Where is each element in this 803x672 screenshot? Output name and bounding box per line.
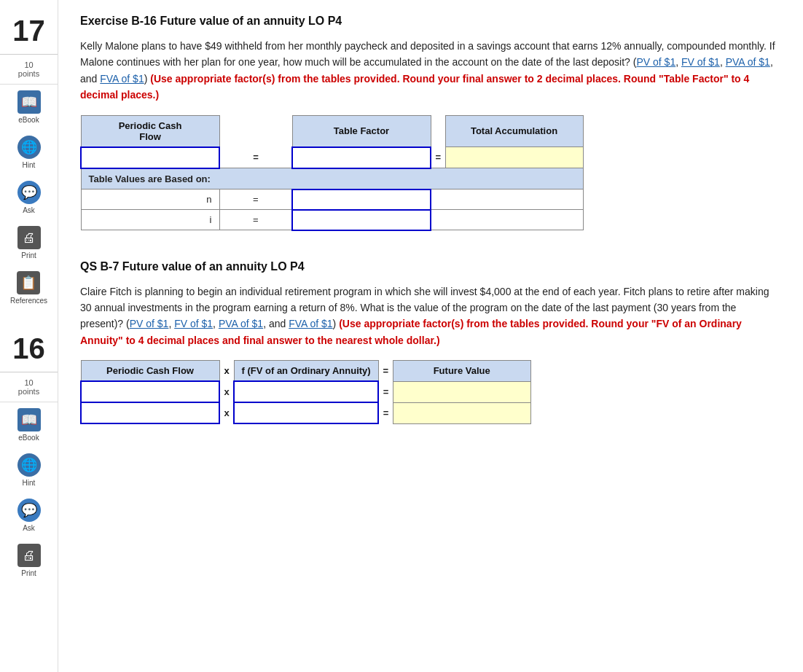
col-total-accumulation: Total Accumulation [445,115,583,147]
ask-icon: 💬 [17,181,41,204]
problem-1-text: Kelly Malone plans to have $49 withheld … [80,38,781,103]
references-label: References [10,297,47,305]
link-fva2[interactable]: FVA of $1 [289,318,332,329]
problem-17-section: 17 [0,7,58,55]
t2-future-value-cell[interactable] [393,381,530,402]
sidebar-item-references[interactable]: 📋 References [10,271,47,305]
n-value-cell[interactable] [292,190,431,210]
col2-future-value: Future Value [393,361,530,382]
problem-number-16: 16 [12,332,45,364]
n-empty [431,190,583,210]
t2-row2-result-input[interactable] [401,407,523,418]
link-pv1[interactable]: PV of $1 [636,56,675,68]
ebook-icon-2: 📖 [17,408,41,431]
t2-fv-annuity-input[interactable] [242,386,370,397]
n-eq: = [219,190,292,210]
t2-fv-annuity-input-cell[interactable] [234,381,378,402]
table-factor-input-cell[interactable] [292,147,431,168]
hint-label-2: Hint [23,479,36,487]
i-value-cell[interactable] [292,210,431,230]
periodic-cash-flow-input[interactable] [89,152,211,163]
eq-sign-header2 [431,115,445,147]
points-label-16: points [18,387,39,396]
problem-1-red-text: (Use appropriate factor(s) from the tabl… [80,73,749,101]
print-label: Print [21,251,36,259]
sidebar-item-ask[interactable]: 💬 Ask [17,181,41,214]
table-row-1: = = [81,147,583,168]
link-pva2[interactable]: PVA of $1 [219,318,263,329]
t2-periodic-input-cell[interactable] [81,381,219,402]
t2-periodic-input[interactable] [89,386,211,397]
t2-x-sign-2: x [219,402,234,423]
print-icon-2: 🖨 [17,544,41,567]
link-pva1[interactable]: PVA of $1 [726,56,770,68]
sidebar-item-hint-2[interactable]: 🌐 Hint [17,453,41,487]
sidebar-item-ebook[interactable]: 📖 eBook [17,90,41,124]
t2-eq-1: = [378,381,393,402]
body-part2-2: ) [333,318,340,329]
main-content: Exercise B-16 Future value of an annuity… [58,0,803,672]
total-accumulation-input[interactable] [453,152,576,163]
sidebar-item-ask-2[interactable]: 💬 Ask [17,499,41,532]
problem-1-section: Exercise B-16 Future value of an annuity… [80,15,781,231]
sidebar-points-16: 10 points [0,372,58,402]
col-table-factor: Table Factor [292,115,431,147]
table-factor-input[interactable] [300,152,423,163]
sidebar-item-hint[interactable]: 🌐 Hint [17,136,41,169]
calc-table-2: Periodic Cash Flow x f (FV of an Ordinar… [80,360,531,424]
points-value-16: 10 [24,378,33,387]
col2-fv-annuity: f (FV of an Ordinary Annuity) [234,361,378,382]
points-value-17: 10 [24,60,33,69]
problem-2-section: QS B-7 Future value of an annuity LO P4 … [80,260,781,425]
sidebar-points-17: 10 points [0,55,58,85]
hint-label: Hint [23,161,36,169]
problem-number-17: 17 [12,15,45,47]
t2-row2-fv-cell[interactable] [234,402,378,423]
t2-row2-result-cell[interactable] [393,402,530,423]
i-value-input[interactable] [299,214,424,225]
references-icon: 📋 [17,271,40,294]
ebook-label: eBook [18,116,39,124]
col2-x: x [219,361,234,382]
link-pv2[interactable]: PV of $1 [130,318,169,329]
hint-icon-2: 🌐 [17,453,41,477]
col2-periodic-cash-flow: Periodic Cash Flow [81,361,219,382]
ask-label-2: Ask [23,524,35,532]
t2-row2-periodic-input[interactable] [89,407,211,418]
periodic-cash-flow-input-cell[interactable] [81,147,219,168]
total-accumulation-cell[interactable] [445,147,583,168]
link-fva1[interactable]: FVA of $1 [100,73,144,85]
problem-2-title: QS B-7 Future value of an annuity LO P4 [80,260,781,273]
print-label-2: Print [21,569,36,577]
equals-sign-2: = [431,147,445,168]
t2-future-value-input[interactable] [401,386,523,397]
comma2: , [720,56,726,68]
i-row: i = [81,210,583,230]
n-value-input[interactable] [299,194,424,205]
comma1: , [675,56,681,68]
equals-sign-1: = [219,147,292,168]
problem-1-title: Exercise B-16 Future value of an annuity… [80,15,781,28]
eq-sign-header [219,115,292,147]
table2-row-1: x = [81,381,530,402]
t2-row2-periodic-cell[interactable] [81,402,219,423]
print-icon: 🖨 [17,226,41,249]
comma2-2: , [213,318,219,329]
sidebar-item-print[interactable]: 🖨 Print [17,226,41,259]
link-fv2[interactable]: FV of $1 [174,318,213,329]
sidebar-item-print-2[interactable]: 🖨 Print [17,544,41,577]
t2-x-sign-1: x [219,381,234,402]
table-values-label: Table Values are Based on: [81,168,583,190]
link-fv1[interactable]: FV of $1 [681,56,720,68]
col2-eq: = [378,361,393,382]
sidebar-item-ebook-2[interactable]: 📖 eBook [17,408,41,442]
comma3-2: , and [263,318,289,329]
t2-eq-2: = [378,402,393,423]
ebook-label-2: eBook [18,434,39,442]
table-values-row: Table Values are Based on: [81,168,583,190]
t2-row2-fv-input[interactable] [242,407,370,418]
table2-row-2: x = [81,402,530,423]
n-row: n = [81,190,583,210]
points-label-17: points [18,69,39,78]
ask-label: Ask [23,206,35,214]
